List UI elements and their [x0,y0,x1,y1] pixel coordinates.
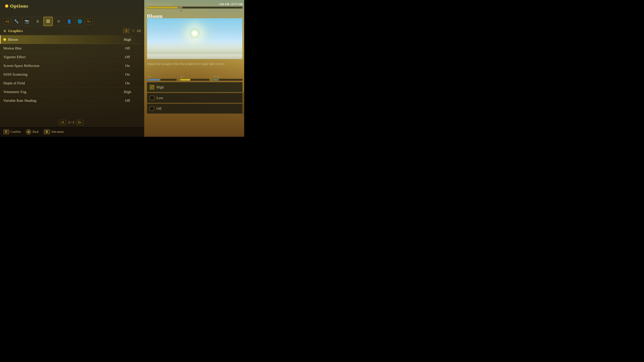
setting-row-bloom[interactable]: Bloom High [0,35,141,44]
page-prev-button[interactable]: «A [59,120,66,125]
gpu-perf: GPU [180,75,210,81]
vram-perf: VRAM [213,75,242,81]
cpu-label: CPU [147,75,176,78]
tab-bar: «Q 🔧 📷 🖥 🖼 ⚙ 👤 🌐 E» [0,17,144,26]
tab-next-button[interactable]: E» [86,18,92,24]
tab-icon-person[interactable]: 👤 [64,17,74,26]
setting-name-fog: Volumetric Fog [3,90,118,94]
setting-name-dof: Depth of Field [3,81,118,85]
option-high-label: High [156,85,164,89]
option-off-label: Off [156,106,162,111]
setting-value-dof: On [118,81,138,85]
setting-value-ssss: On [118,72,138,77]
gpu-bar-fill [180,79,190,81]
vram-label: Estimated VRAM Usage [147,3,172,6]
tab-prev-button[interactable]: «Q [3,18,10,24]
setting-name-vrs: Variable Rate Shading [3,98,118,103]
option-high-checkbox [150,85,154,89]
vram-mhw-value: 5.06 GB [170,9,177,12]
vram-mhw-label: Monster Hunter Wilds [150,9,169,12]
vram-other-fill [178,7,182,8]
settings-list: Bloom High Motion Blur Off Vignette Effe… [0,35,141,105]
tab-icon-wrench[interactable]: 🔧 [12,17,21,26]
scrollbar[interactable] [243,82,244,116]
setting-name-vignette: Vignette Effect [3,55,118,59]
setting-value-fog: High [118,90,138,94]
tab-icon-screen[interactable]: 🖥 [33,17,42,26]
setting-row-fog[interactable]: Volumetric Fog High [0,87,141,96]
vram-other-dot [180,10,182,11]
preview-clouds [147,40,242,54]
graphics-icon: ⊕ [3,29,6,33]
vram-bar-bg [213,79,242,81]
page-number: 3 / 3 [68,120,74,124]
vram-bar-fill [213,79,219,81]
vram-legend-mhw: Monster Hunter Wilds 5.06 GB [147,9,177,12]
filter-bar: ⊕ Graphics X ▽ All [3,28,141,33]
description-content: Adjusts the strength of the blur produce… [147,62,225,65]
back-label: Back [32,130,39,134]
tab-icon-graphics[interactable]: 🖼 [44,17,53,26]
vram-perf-label: VRAM [213,75,242,78]
tab-icon-display[interactable]: 📷 [22,17,32,26]
page-title: Options [10,3,28,9]
tab-icon-gear2[interactable]: ⚙ [54,17,63,26]
setting-name-motion-blur: Motion Blur [3,46,118,50]
filter-funnel-icon: ▽ [132,29,134,33]
option-low-checkbox [150,96,154,100]
setting-row-ssr[interactable]: Screen Space Reflection On [0,61,141,70]
vram-section: Estimated VRAM Usage 5.81 GB / 15.77 GB … [147,2,242,12]
preview-sun [190,28,200,38]
setting-value-ssr: On [118,63,138,68]
confirm-label: Confirm [10,130,21,134]
gpu-bar-bg [180,79,210,81]
confirm-button[interactable]: F Confirm [3,129,21,134]
submenu-key-badge: R [44,129,50,134]
option-low[interactable]: Low [147,93,242,103]
tab-icon-globe[interactable]: 🌐 [75,17,84,26]
back-button[interactable]: ⊙ Back [26,129,39,135]
setting-row-dof[interactable]: Depth of Field On [0,79,141,87]
vram-mhw-dot [147,10,148,11]
right-panel: Estimated VRAM Usage 5.81 GB / 15.77 GB … [145,0,244,127]
page-next-button[interactable]: D» [76,120,84,125]
setting-value-bloom: High [118,37,138,42]
back-key-badge: ⊙ [26,129,31,135]
setting-value-vrs: Off [118,98,138,103]
vram-legend-other: Other Applications 0.75 GB [180,9,208,12]
submenu-label: Sub-menu [51,130,64,134]
setting-row-vrs[interactable]: Variable Rate Shading Off [0,96,141,105]
preview-image [147,18,242,59]
description-text: Adjusts the strength of the blur produce… [147,62,242,66]
vram-value: 5.81 GB / 15.77 GB [219,2,242,6]
filter-all-label: All [136,29,141,33]
vram-bar [147,6,242,8]
vram-legend: Monster Hunter Wilds 5.06 GB Other Appli… [147,9,242,12]
cpu-bar-bg [147,79,176,81]
setting-value-vignette: Off [118,55,138,59]
section-label: Graphics [8,29,23,33]
option-high[interactable]: High [147,82,242,92]
option-off[interactable]: Off [147,104,242,114]
performance-section: CPU GPU VRAM [147,75,242,81]
vram-mhw-fill [147,7,178,8]
setting-row-motion-blur[interactable]: Motion Blur Off [0,44,141,53]
filter-clear-button[interactable]: X [123,28,130,33]
options-dot [5,4,8,8]
option-low-label: Low [156,96,163,100]
cpu-bar-fill [147,79,160,81]
vram-other-value: 0.75 GB [200,9,208,12]
vram-header: Estimated VRAM Usage 5.81 GB / 15.77 GB [147,2,242,6]
active-indicator [3,38,6,41]
setting-row-vignette[interactable]: Vignette Effect Off [0,53,141,61]
option-off-checkbox [150,106,154,111]
scrollbar-thumb[interactable] [243,82,244,92]
options-title: Options [5,3,28,9]
confirm-key-badge: F [3,129,9,134]
bottom-bar: F Confirm ⊙ Back R Sub-menu [0,127,144,137]
submenu-button[interactable]: R Sub-menu [44,129,64,134]
setting-name-ssss: SSSS Scattering [3,72,118,77]
gpu-label: GPU [180,75,210,78]
setting-row-ssss[interactable]: SSSS Scattering On [0,70,141,79]
setting-name-ssr: Screen Space Reflection [3,63,118,68]
